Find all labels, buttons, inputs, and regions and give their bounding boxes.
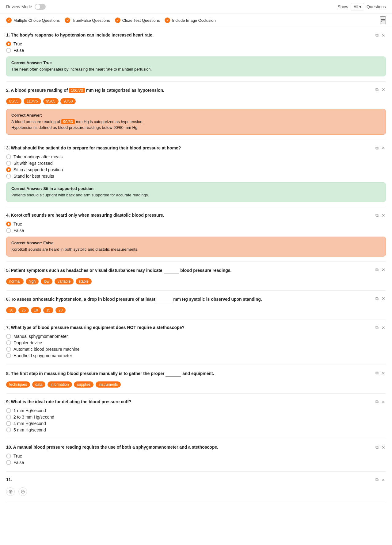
- q8-delete-button[interactable]: ✕: [381, 370, 386, 376]
- q1-radio-true[interactable]: [6, 41, 11, 46]
- q10-copy-button[interactable]: ⧉: [375, 444, 379, 450]
- q4-radio-true[interactable]: [6, 222, 11, 226]
- q2-answer-text: A blood pressure reading of 90/60 mm Hg …: [11, 119, 381, 131]
- q2-tag-2[interactable]: 110/75: [24, 98, 41, 104]
- q3-copy-button[interactable]: ⧉: [375, 145, 379, 151]
- q4-actions: ⧉ ✕: [375, 212, 386, 218]
- review-mode-toggle[interactable]: [35, 4, 46, 10]
- q3-option-3[interactable]: Sit in a supported position: [6, 167, 386, 172]
- zoom-out-button[interactable]: ⊖: [18, 487, 27, 496]
- q2-after: mm Hg is categorized as hypotension.: [86, 88, 164, 93]
- q7-copy-button[interactable]: ⧉: [375, 324, 379, 331]
- q5-blank: [164, 268, 179, 273]
- q6-tag-5[interactable]: 20: [55, 307, 66, 313]
- q6-tag-1[interactable]: 30: [6, 307, 16, 313]
- filter-multiple-choice[interactable]: ✓ Multiple Choice Questions: [6, 17, 60, 23]
- q3-radio-4[interactable]: [6, 174, 11, 179]
- q6-tag-2[interactable]: 25: [18, 307, 29, 313]
- q3-option-4[interactable]: Stand for best results: [6, 174, 386, 179]
- q6-tag-4[interactable]: 15: [43, 307, 53, 313]
- q5-tag-2[interactable]: high: [26, 278, 39, 284]
- drag-handle-3[interactable]: ⋮⋮: [2, 145, 12, 151]
- q7-radio-4[interactable]: [6, 353, 11, 358]
- q6-delete-button[interactable]: ✕: [381, 296, 386, 302]
- q8-tag-5[interactable]: instruments: [96, 381, 121, 388]
- q7-option-3[interactable]: Automatic blood pressure machine: [6, 347, 386, 352]
- q7-option-2[interactable]: Doppler device: [6, 340, 386, 345]
- q4-option-false[interactable]: False: [6, 228, 386, 233]
- all-dropdown[interactable]: All ▾: [351, 3, 364, 10]
- q10-option-false[interactable]: False: [6, 460, 386, 465]
- filter-true-false[interactable]: ✓ True/False Questions: [65, 17, 110, 23]
- q5-tag-5[interactable]: stable: [76, 278, 92, 284]
- q6-copy-button[interactable]: ⧉: [375, 296, 379, 302]
- q8-tag-1[interactable]: techniques: [6, 381, 30, 388]
- q10-option-true[interactable]: True: [6, 454, 386, 458]
- q9-delete-button[interactable]: ✕: [381, 399, 386, 405]
- q10-delete-button[interactable]: ✕: [381, 444, 386, 450]
- filter-cloze[interactable]: ✓ Cloze Test Questions: [115, 17, 160, 23]
- q2-tag-1[interactable]: 85/55: [6, 98, 21, 104]
- q7-option-3-label: Automatic blood pressure machine: [13, 347, 80, 352]
- q1-copy-button[interactable]: ⧉: [375, 32, 379, 38]
- q4-radio-false[interactable]: [6, 228, 11, 233]
- q7-radio-2[interactable]: [6, 340, 11, 345]
- q7-option-4[interactable]: Handheld sphygmomanometer: [6, 353, 386, 358]
- q9-option-1-label: 1 mm Hg/second: [13, 408, 46, 413]
- q8-tag-2[interactable]: data: [32, 381, 45, 388]
- q7-radio-3[interactable]: [6, 347, 11, 352]
- drag-handle-9[interactable]: ⋮⋮: [2, 399, 12, 405]
- q5-tag-3[interactable]: low: [41, 278, 52, 284]
- q1-radio-false[interactable]: [6, 48, 11, 53]
- q3-option-2[interactable]: Sit with legs crossed: [6, 161, 386, 166]
- q9-option-3[interactable]: 4 mm Hg/second: [6, 421, 386, 426]
- q5-copy-button[interactable]: ⧉: [375, 267, 379, 273]
- drag-handle-1[interactable]: ⋮⋮: [2, 33, 12, 38]
- q1-delete-button[interactable]: ✕: [381, 32, 386, 38]
- q5-delete-button[interactable]: ✕: [381, 267, 386, 273]
- q5-tag-1[interactable]: normal: [6, 278, 24, 284]
- q7-radio-1[interactable]: [6, 334, 11, 339]
- q2-tag-3[interactable]: 95/65: [43, 98, 59, 104]
- q8-tag-4[interactable]: supplies: [74, 381, 93, 388]
- q9-radio-3[interactable]: [6, 421, 11, 426]
- q2-delete-button[interactable]: ✕: [381, 87, 386, 93]
- q9-option-2[interactable]: 2 to 3 mm Hg/second: [6, 415, 386, 419]
- q2-copy-button[interactable]: ⧉: [375, 87, 379, 93]
- q3-radio-3[interactable]: [6, 167, 11, 172]
- q4-copy-button[interactable]: ⧉: [375, 212, 379, 218]
- q3-radio-1[interactable]: [6, 154, 11, 159]
- q9-radio-4[interactable]: [6, 427, 11, 432]
- q6-actions: ⧉ ✕: [375, 296, 386, 302]
- q7-delete-button[interactable]: ✕: [381, 325, 386, 331]
- q7-option-1[interactable]: Manual sphygmomanometer: [6, 334, 386, 339]
- drag-handle-5[interactable]: ⋮⋮: [2, 267, 12, 273]
- q5-tag-4[interactable]: variable: [55, 278, 74, 284]
- q9-radio-2[interactable]: [6, 415, 11, 419]
- q9-copy-button[interactable]: ⧉: [375, 399, 379, 405]
- q3-option-1[interactable]: Take readings after meals: [6, 154, 386, 159]
- q6-tag-3[interactable]: 10: [31, 307, 41, 313]
- q1-option-false[interactable]: False: [6, 48, 386, 53]
- q10-radio-false[interactable]: [6, 460, 11, 465]
- q4-delete-button[interactable]: ✕: [381, 212, 386, 218]
- drag-handle-6[interactable]: ⋮⋮: [2, 296, 12, 302]
- q3-radio-2[interactable]: [6, 161, 11, 166]
- drag-handle-7[interactable]: ⋮⋮: [2, 325, 12, 331]
- q9-option-1[interactable]: 1 mm Hg/second: [6, 408, 386, 413]
- q3-delete-button[interactable]: ✕: [381, 145, 386, 151]
- filter-image-occlusion[interactable]: ✓ Include Image Occlusion: [165, 17, 215, 23]
- q8-copy-button[interactable]: ⧉: [375, 370, 379, 376]
- shuffle-button[interactable]: ⇌: [380, 16, 386, 24]
- q2-tag-4[interactable]: 90/60: [60, 98, 76, 104]
- q11-delete-button[interactable]: ✕: [381, 477, 386, 483]
- q8-tag-3[interactable]: information: [48, 381, 72, 388]
- drag-handle-4[interactable]: ⋮⋮: [2, 213, 12, 218]
- q11-copy-button[interactable]: ⧉: [375, 477, 379, 483]
- q9-radio-1[interactable]: [6, 408, 11, 413]
- q1-option-true[interactable]: True: [6, 41, 386, 46]
- q4-option-true[interactable]: True: [6, 222, 386, 226]
- q9-option-4[interactable]: 5 mm Hg/second: [6, 427, 386, 432]
- q10-radio-true[interactable]: [6, 454, 11, 458]
- zoom-in-button[interactable]: ⊕: [6, 487, 15, 496]
